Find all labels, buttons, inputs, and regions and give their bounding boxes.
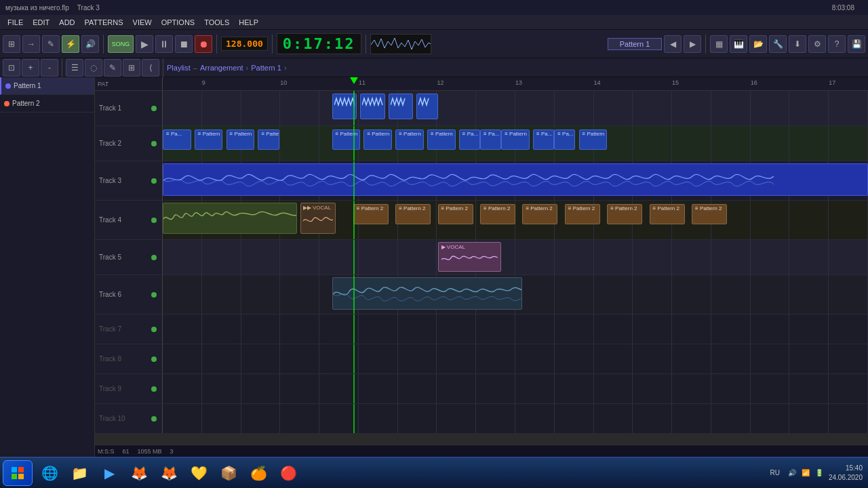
bpm-display[interactable]: 128.000 xyxy=(221,37,268,51)
record-btn[interactable]: ⏺ xyxy=(195,35,212,53)
clip-t4-wave1[interactable] xyxy=(163,203,297,234)
breadcrumb-current[interactable]: Pattern 1 xyxy=(251,64,281,72)
sys-speaker-icon: 🔊 xyxy=(788,469,796,476)
track-content-10[interactable] xyxy=(163,404,868,433)
pattern-selector[interactable]: Pattern 1 xyxy=(608,38,662,50)
track-content-8[interactable] xyxy=(163,344,868,373)
arrow-btn[interactable]: ⟨ xyxy=(142,59,159,77)
browser-btn[interactable]: 📂 xyxy=(749,35,767,53)
menu-add[interactable]: ADD xyxy=(54,17,79,28)
menu-edit[interactable]: EDIT xyxy=(28,17,54,28)
clip-t1-2[interactable] xyxy=(360,94,384,119)
taskbar-app-pkg[interactable]: 📦 xyxy=(214,460,243,486)
track-content-5[interactable]: ▶ VOCAL xyxy=(163,240,868,274)
taskbar-app-blue[interactable]: 💛 xyxy=(184,460,213,486)
clip-t6-audio[interactable] xyxy=(332,277,523,310)
clip-t2-p5[interactable]: ≡ Pattern 1 xyxy=(332,129,361,150)
tool-btn-5[interactable]: 🔊 xyxy=(81,35,99,53)
menu-patterns[interactable]: PATTERNS xyxy=(80,17,128,28)
clip-t1-3[interactable] xyxy=(389,94,413,119)
start-button[interactable] xyxy=(3,460,33,486)
clip-t2-p10[interactable]: ≡ Pa... xyxy=(480,129,501,150)
plugin-btn[interactable]: 🔧 xyxy=(769,35,787,53)
menu-tools[interactable]: TOOLS xyxy=(199,17,234,28)
taskbar-app-red[interactable]: 🔴 xyxy=(274,460,302,486)
grid-btn[interactable]: ⊞ xyxy=(123,59,140,77)
clip-t4-p2-5[interactable]: ≡ Pattern 2 xyxy=(522,204,557,224)
menu-options[interactable]: OPTIONS xyxy=(157,17,200,28)
track-content-4[interactable]: ▶▶ VOCAL ≡ Pattern 2 ≡ Pattern 2 ≡ Patte… xyxy=(163,201,868,239)
clip-t4-p2-4[interactable]: ≡ Pattern 2 xyxy=(480,204,515,224)
menu-file[interactable]: FILE xyxy=(3,17,28,28)
clip-t2-p4[interactable]: ≡ Pattern 1 xyxy=(258,129,279,150)
menu-view[interactable]: VIEW xyxy=(128,17,157,28)
settings-btn[interactable]: ⚙ xyxy=(808,35,826,53)
clip-t1-4[interactable] xyxy=(416,94,437,119)
clip-t4-p2-3[interactable]: ≡ Pattern 2 xyxy=(438,204,473,224)
info-val2: 1055 MB xyxy=(138,448,162,455)
taskbar-app-fl[interactable]: 🍊 xyxy=(244,460,273,486)
clip-t4-p2-8[interactable]: ≡ Pattern 2 xyxy=(650,204,685,224)
track-content-6[interactable] xyxy=(163,275,868,314)
track-content-1[interactable] xyxy=(163,91,868,125)
breadcrumb-mid[interactable]: Arrangement xyxy=(200,64,243,72)
mixer-btn[interactable]: ▦ xyxy=(710,35,728,53)
snap-btn[interactable]: ⊡ xyxy=(3,59,20,77)
track-row-3: Track 3 xyxy=(95,161,868,201)
clip-t2-p14[interactable]: ≡ Pattern 1 xyxy=(579,129,608,150)
clip-t4-p2-7[interactable]: ≡ Pattern 2 xyxy=(607,204,642,224)
clip-t2-p1[interactable]: ≡ Pa... xyxy=(163,129,191,150)
view-btn[interactable]: ☰ xyxy=(66,59,83,77)
clip-t4-vocal[interactable]: ▶▶ VOCAL xyxy=(300,203,336,234)
save-btn[interactable]: 💾 xyxy=(848,35,865,53)
taskbar-app-media[interactable]: ▶ xyxy=(95,460,123,486)
song-mode-btn[interactable]: SONG xyxy=(108,35,134,53)
taskbar-app-ie[interactable]: 🌐 xyxy=(35,460,64,486)
pause-btn[interactable]: ⏸ xyxy=(155,35,173,53)
zoom-in-btn[interactable]: + xyxy=(22,59,39,77)
taskbar-app-yandex[interactable]: 🦊 xyxy=(155,460,183,486)
divider-1 xyxy=(103,35,104,54)
piano-btn[interactable]: 🎹 xyxy=(730,35,747,53)
pattern-next-btn[interactable]: ▶ xyxy=(684,35,701,53)
pattern-prev-btn[interactable]: ◀ xyxy=(664,35,682,53)
tool-link-btn[interactable]: ⚡ xyxy=(62,35,79,53)
clip-t1-1[interactable] xyxy=(332,94,357,119)
clip-t2-p7[interactable]: ≡ Pattern 1 xyxy=(395,129,424,150)
play-btn[interactable]: ▶ xyxy=(136,35,153,53)
clip-t2-p2[interactable]: ≡ Pattern 1 xyxy=(195,129,223,150)
info-mss: M:S:S xyxy=(98,448,115,455)
pattern-item-2[interactable]: Pattern 2 xyxy=(0,95,94,113)
tool-btn-1[interactable]: ⊞ xyxy=(3,35,20,53)
track-content-7[interactable] xyxy=(163,314,868,344)
clip-t2-p8[interactable]: ≡ Pattern 1 xyxy=(427,129,456,150)
clip-t2-p6[interactable]: ≡ Pattern 1 xyxy=(363,129,392,150)
stop-btn[interactable]: ⏹ xyxy=(175,35,193,53)
track-content-3[interactable] xyxy=(163,161,868,200)
clip-t2-p12[interactable]: ≡ Pa... xyxy=(533,129,554,150)
select-btn[interactable]: ◌ xyxy=(85,59,102,77)
tool-btn-3[interactable]: ✎ xyxy=(42,35,60,53)
export-btn[interactable]: ⬇ xyxy=(789,35,806,53)
help-btn[interactable]: ? xyxy=(828,35,846,53)
taskbar-app-firefox[interactable]: 🦊 xyxy=(125,460,153,486)
track-content-9[interactable] xyxy=(163,374,868,403)
taskbar-app-explorer[interactable]: 📁 xyxy=(65,460,94,486)
clip-t4-p2-1[interactable]: ≡ Pattern 2 xyxy=(353,204,389,224)
track-content-2[interactable]: ≡ Pa... ≡ Pattern 1 ≡ Pattern 1 ≡ Patter… xyxy=(163,126,868,161)
menu-help[interactable]: HELP xyxy=(234,17,263,28)
clip-t2-p13[interactable]: ≡ Pa... xyxy=(554,129,575,150)
draw-btn[interactable]: ✎ xyxy=(104,59,121,77)
clip-t2-p9[interactable]: ≡ Pa... xyxy=(459,129,480,150)
clip-t5-vocal[interactable]: ▶ VOCAL xyxy=(438,242,502,272)
zoom-out-btn[interactable]: - xyxy=(41,59,58,77)
breadcrumb-root[interactable]: Playlist xyxy=(167,64,191,72)
clip-t2-p11[interactable]: ≡ Pattern 1 xyxy=(501,129,530,150)
clip-t4-p2-2[interactable]: ≡ Pattern 2 xyxy=(395,204,431,224)
tool-btn-2[interactable]: → xyxy=(22,35,40,53)
clip-t4-p2-9[interactable]: ≡ Pattern 2 xyxy=(692,204,727,224)
clip-t2-p3[interactable]: ≡ Pattern 1 xyxy=(226,129,255,150)
pattern-item-1[interactable]: Pattern 1 xyxy=(0,77,94,95)
clip-t4-p2-6[interactable]: ≡ Pattern 2 xyxy=(565,204,600,224)
clip-t3-main[interactable] xyxy=(163,163,868,196)
